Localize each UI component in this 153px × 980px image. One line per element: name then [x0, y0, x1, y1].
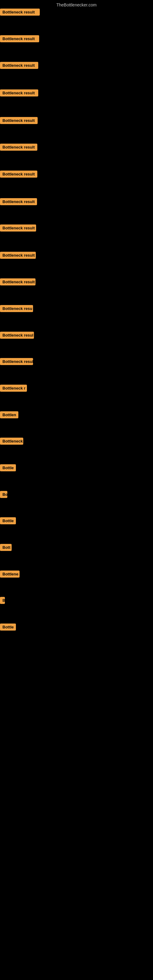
bottleneck-badge-4[interactable]: Bottleneck result	[0, 89, 38, 97]
bottleneck-result-row-24: Bottle	[0, 624, 16, 632]
bottleneck-result-row-9: Bottleneck result	[0, 224, 36, 233]
site-title: TheBottlenecker.com	[0, 0, 153, 9]
bottleneck-badge-14[interactable]: Bottleneck resul	[0, 358, 33, 365]
bottleneck-badge-23[interactable]: B	[0, 597, 5, 604]
bottleneck-result-row-20: Bottle	[0, 517, 16, 525]
bottleneck-badge-24[interactable]: Bottle	[0, 624, 16, 630]
bottleneck-result-row-13: Bottleneck resul	[0, 332, 34, 340]
bottleneck-result-row-3: Bottleneck result	[0, 62, 38, 70]
bottleneck-badge-22[interactable]: Bottlene	[0, 571, 19, 578]
bottleneck-result-row-1: Bottleneck result	[0, 9, 40, 17]
bottleneck-badge-10[interactable]: Bottleneck result	[0, 252, 36, 259]
bottleneck-badge-21[interactable]: Bott	[0, 544, 12, 551]
bottleneck-result-row-6: Bottleneck result	[0, 144, 37, 152]
bottleneck-result-row-23: B	[0, 597, 5, 605]
bottleneck-result-row-15: Bottleneck r	[0, 385, 27, 393]
bottleneck-result-row-17: Bottleneck	[0, 438, 23, 446]
bottleneck-badge-15[interactable]: Bottleneck r	[0, 385, 27, 392]
bottleneck-result-row-5: Bottleneck result	[0, 117, 38, 125]
bottleneck-result-row-7: Bottleneck result	[0, 170, 37, 179]
bottleneck-badge-5[interactable]: Bottleneck result	[0, 117, 38, 124]
bottleneck-badge-1[interactable]: Bottleneck result	[0, 9, 40, 16]
bottleneck-badge-16[interactable]: Bottlen	[0, 411, 18, 418]
bottleneck-result-row-16: Bottlen	[0, 411, 18, 420]
bottleneck-badge-2[interactable]: Bottleneck result	[0, 35, 39, 42]
bottleneck-badge-12[interactable]: Bottleneck resu	[0, 305, 33, 312]
bottleneck-badge-6[interactable]: Bottleneck result	[0, 144, 37, 151]
bottleneck-badge-7[interactable]: Bottleneck result	[0, 170, 37, 178]
bottleneck-result-row-19: Bo	[0, 491, 7, 499]
bottleneck-result-row-2: Bottleneck result	[0, 35, 39, 43]
bottleneck-badge-18[interactable]: Bottle	[0, 464, 16, 471]
bottleneck-badge-19[interactable]: Bo	[0, 491, 7, 498]
bottleneck-badge-9[interactable]: Bottleneck result	[0, 224, 36, 232]
bottleneck-result-row-21: Bott	[0, 544, 12, 552]
bottleneck-result-row-4: Bottleneck result	[0, 89, 38, 98]
bottleneck-result-row-10: Bottleneck result	[0, 252, 36, 260]
bottleneck-result-row-8: Bottleneck result	[0, 198, 37, 207]
bottleneck-badge-20[interactable]: Bottle	[0, 517, 16, 524]
bottleneck-badge-8[interactable]: Bottleneck result	[0, 198, 37, 205]
bottleneck-badge-3[interactable]: Bottleneck result	[0, 62, 38, 69]
bottleneck-result-row-11: Bottleneck result	[0, 278, 35, 286]
bottleneck-badge-17[interactable]: Bottleneck	[0, 438, 23, 445]
bottleneck-result-row-14: Bottleneck resul	[0, 358, 33, 366]
bottleneck-result-row-22: Bottlene	[0, 571, 19, 579]
bottleneck-badge-11[interactable]: Bottleneck result	[0, 278, 35, 285]
bottleneck-result-row-12: Bottleneck resu	[0, 305, 33, 313]
bottleneck-result-row-18: Bottle	[0, 464, 16, 473]
bottleneck-badge-13[interactable]: Bottleneck resul	[0, 332, 34, 339]
